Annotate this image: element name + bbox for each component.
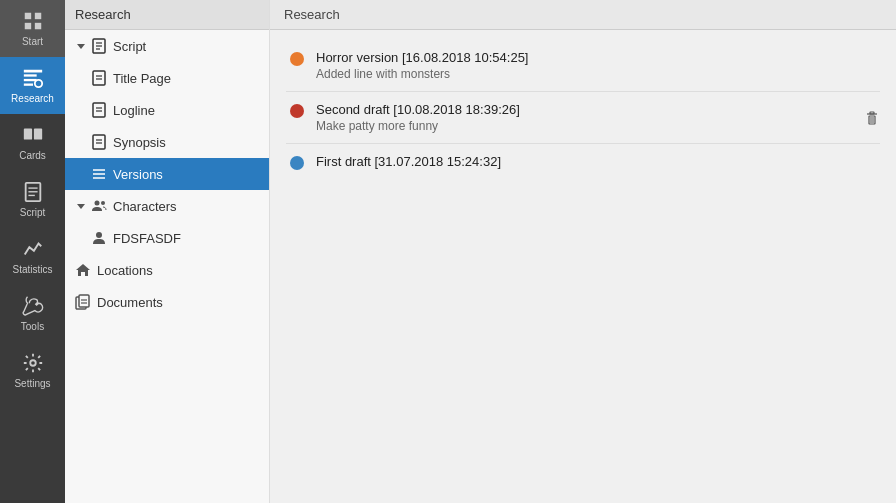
documents-icon <box>75 294 91 310</box>
version-list: Horror version [16.08.2018 10:54:25] Add… <box>270 30 896 191</box>
cards-label: Cards <box>19 150 46 161</box>
version-title-2: Second draft [10.08.2018 18:39:26] <box>316 102 876 117</box>
tree-item-script[interactable]: Script <box>65 30 269 62</box>
tree-item-versions[interactable]: Versions <box>65 158 269 190</box>
research-label: Research <box>11 93 54 104</box>
main-header-text: Research <box>284 7 340 22</box>
svg-rect-27 <box>93 135 105 149</box>
trash-icon <box>864 110 880 126</box>
svg-rect-4 <box>23 70 41 73</box>
version-item-3[interactable]: First draft [31.07.2018 15:24:32] <box>270 144 896 181</box>
svg-marker-37 <box>76 264 90 276</box>
doc-icon <box>91 70 107 86</box>
svg-point-36 <box>96 232 102 238</box>
settings-label: Settings <box>14 378 50 389</box>
sidebar-item-cards[interactable]: Cards <box>0 114 65 171</box>
tree-item-documents[interactable]: Documents <box>65 286 269 318</box>
doc3-icon <box>91 134 107 150</box>
svg-rect-13 <box>28 191 37 192</box>
settings-icon <box>22 352 44 374</box>
svg-rect-2 <box>24 23 30 29</box>
chevron-down-icon <box>75 40 87 52</box>
main-content: Research Horror version [16.08.2018 10:5… <box>270 0 896 503</box>
statistics-label: Statistics <box>12 264 52 275</box>
research-icon <box>22 67 44 89</box>
svg-rect-5 <box>23 74 36 76</box>
tree-item-synopsis[interactable]: Synopsis <box>65 126 269 158</box>
tree-fdsfasdf-label: FDSFASDF <box>113 231 181 246</box>
svg-rect-7 <box>23 84 32 86</box>
tree-versions-label: Versions <box>113 167 163 182</box>
main-header: Research <box>270 0 896 30</box>
person-icon <box>91 230 107 246</box>
version-content-1: Horror version [16.08.2018 10:54:25] Add… <box>316 50 876 81</box>
tree-item-fdsfasdf[interactable]: FDSFASDF <box>65 222 269 254</box>
tools-label: Tools <box>21 321 44 332</box>
svg-rect-9 <box>23 129 31 140</box>
tree-locations-label: Locations <box>97 263 153 278</box>
version-subtitle-2: Make patty more funny <box>316 119 876 133</box>
chevron-down2-icon <box>75 200 87 212</box>
grid-icon <box>22 10 44 32</box>
statistics-icon <box>22 238 44 260</box>
svg-rect-12 <box>28 187 37 188</box>
script-icon <box>22 181 44 203</box>
tree-item-characters[interactable]: Characters <box>65 190 269 222</box>
svg-point-34 <box>95 201 100 206</box>
version-dot-1 <box>290 52 304 66</box>
version-content-2: Second draft [10.08.2018 18:39:26] Make … <box>316 102 876 133</box>
tree-title-page-label: Title Page <box>113 71 171 86</box>
tree-script-label: Script <box>113 39 146 54</box>
version-dot-2 <box>290 104 304 118</box>
tree-logline-label: Logline <box>113 103 155 118</box>
version-subtitle-1: Added line with monsters <box>316 67 876 81</box>
icon-bar: Start Research Cards Script Statistics <box>0 0 65 503</box>
home-icon <box>75 262 91 278</box>
svg-marker-16 <box>77 44 85 49</box>
people-icon <box>91 198 107 214</box>
script-tree-icon <box>91 38 107 54</box>
sidebar-item-research[interactable]: Research <box>0 57 65 114</box>
svg-point-35 <box>101 201 105 205</box>
sidebar-item-settings[interactable]: Settings <box>0 342 65 399</box>
svg-rect-44 <box>870 112 874 114</box>
tree-characters-label: Characters <box>113 199 177 214</box>
tree-item-logline[interactable]: Logline <box>65 94 269 126</box>
sidebar-item-script[interactable]: Script <box>0 171 65 228</box>
svg-rect-21 <box>93 71 105 85</box>
sidebar-item-tools[interactable]: Tools <box>0 285 65 342</box>
svg-rect-3 <box>34 23 40 29</box>
version-item-1[interactable]: Horror version [16.08.2018 10:54:25] Add… <box>270 40 896 91</box>
start-label: Start <box>22 36 43 47</box>
tree-item-title-page[interactable]: Title Page <box>65 62 269 94</box>
version-dot-3 <box>290 156 304 170</box>
version-title-3: First draft [31.07.2018 15:24:32] <box>316 154 876 169</box>
list-icon <box>91 166 107 182</box>
version-content-3: First draft [31.07.2018 15:24:32] <box>316 154 876 171</box>
sidebar-item-statistics[interactable]: Statistics <box>0 228 65 285</box>
svg-rect-24 <box>93 103 105 117</box>
version-item-2[interactable]: Second draft [10.08.2018 18:39:26] Make … <box>270 92 896 143</box>
svg-rect-10 <box>33 129 41 140</box>
tools-icon <box>22 295 44 317</box>
svg-rect-1 <box>34 13 40 19</box>
svg-point-8 <box>34 80 41 87</box>
script-label: Script <box>20 207 46 218</box>
sidebar-header: Research <box>65 0 269 30</box>
sidebar: Research Script Title Page Logline <box>65 0 270 503</box>
cards-icon <box>22 124 44 146</box>
svg-marker-33 <box>77 204 85 209</box>
svg-rect-42 <box>869 116 875 124</box>
svg-rect-0 <box>24 13 30 19</box>
tree-synopsis-label: Synopsis <box>113 135 166 150</box>
svg-rect-39 <box>79 295 89 307</box>
svg-rect-14 <box>28 195 34 196</box>
tree-documents-label: Documents <box>97 295 163 310</box>
sidebar-header-text: Research <box>75 7 131 22</box>
delete-button-2[interactable] <box>864 110 880 126</box>
svg-rect-6 <box>23 79 36 81</box>
version-title-1: Horror version [16.08.2018 10:54:25] <box>316 50 876 65</box>
svg-point-15 <box>30 360 36 366</box>
tree-item-locations[interactable]: Locations <box>65 254 269 286</box>
sidebar-item-start[interactable]: Start <box>0 0 65 57</box>
